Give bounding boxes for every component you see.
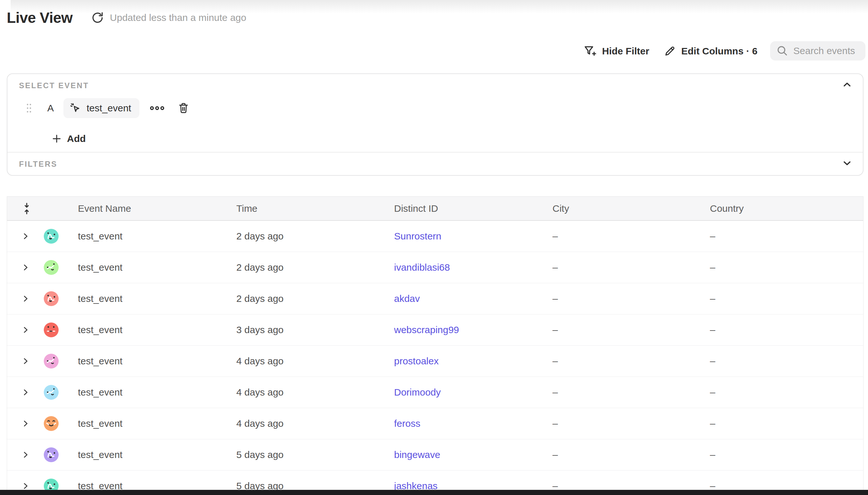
funnel-plus-icon [583,45,597,58]
distinct-id-link[interactable]: feross [394,408,421,439]
user-avatar [44,377,58,408]
updated-timestamp: Updated less than a minute ago [110,12,246,23]
chevron-down-icon [842,158,852,168]
cursor-click-icon [69,102,82,114]
time-cell: 5 days ago [236,439,284,470]
time-cell: 4 days ago [236,346,284,377]
time-cell: 3 days ago [236,314,284,345]
col-header-event-name[interactable]: Event Name [78,197,131,220]
table-row[interactable]: test_event 4 days ago prostoalex – – [7,346,863,377]
search-events-box[interactable] [770,41,865,61]
delete-event-button[interactable] [177,102,190,114]
more-options-button[interactable] [150,103,165,113]
event-name-cell: test_event [78,283,122,314]
time-cell: 2 days ago [236,252,284,283]
user-avatar [44,439,58,470]
hide-filter-button[interactable]: Hide Filter [583,41,649,61]
country-cell: – [710,408,715,439]
table-row[interactable]: test_event 2 days ago Sunrostern – – [7,221,863,252]
expand-row-button[interactable] [21,221,30,252]
refresh-icon [91,11,104,24]
add-event-button[interactable]: Add [52,129,86,149]
expand-row-button[interactable] [21,283,30,314]
user-avatar [44,252,58,283]
event-name-cell: test_event [78,408,122,439]
event-selector-chip[interactable]: test_event [64,98,139,118]
expand-filters-button[interactable] [842,158,852,168]
collapse-rows-button[interactable] [21,197,32,220]
expand-row-button[interactable] [21,439,30,470]
distinct-id-link[interactable]: bingewave [394,439,440,470]
search-icon [776,45,789,57]
time-cell: 4 days ago [236,408,284,439]
refresh-button[interactable] [90,11,105,25]
city-cell: – [552,314,558,345]
expand-row-button[interactable] [21,314,30,345]
distinct-id-link[interactable]: ivandiblasi68 [394,252,450,283]
expand-row-button[interactable] [21,377,30,408]
search-events-input[interactable] [793,45,858,56]
event-query-row: A test_event [7,98,863,118]
panel-divider [7,152,863,153]
country-cell: – [710,439,715,470]
selected-event-name: test_event [87,103,131,114]
live-view-screen: Live View Updated less than a minute ago… [0,0,868,495]
edit-columns-label: Edit Columns · 6 [681,46,758,57]
event-step-letter: A [46,103,55,114]
city-cell: – [552,346,558,377]
city-cell: – [552,439,558,470]
user-avatar [44,283,58,314]
table-row[interactable]: test_event 4 days ago feross – – [7,408,863,439]
city-cell: – [552,377,558,408]
table-header: Event Name Time Distinct ID City Country [7,196,863,221]
chevron-up-icon [842,80,852,89]
events-table: Event Name Time Distinct ID City Country… [7,196,864,495]
table-row[interactable]: test_event 5 days ago bingewave – – [7,439,863,471]
distinct-id-link[interactable]: Dorimoody [394,377,441,408]
select-event-label: SELECT EVENT [19,81,89,90]
city-cell: – [552,283,558,314]
collapse-section-button[interactable] [842,80,852,89]
distinct-id-link[interactable]: akdav [394,283,420,314]
time-cell: 4 days ago [236,377,284,408]
event-name-cell: test_event [78,439,122,470]
distinct-id-link[interactable]: Sunrostern [394,221,441,252]
event-name-cell: test_event [78,346,122,377]
distinct-id-link[interactable]: webscraping99 [394,314,459,345]
event-name-cell: test_event [78,377,122,408]
user-avatar [44,346,58,377]
add-label: Add [67,133,86,144]
time-cell: 2 days ago [236,221,284,252]
expand-row-button[interactable] [21,346,30,377]
event-name-cell: test_event [78,252,122,283]
col-header-city[interactable]: City [552,197,569,220]
expand-row-button[interactable] [21,252,30,283]
col-header-country[interactable]: Country [710,197,744,220]
country-cell: – [710,314,715,345]
edit-columns-button[interactable]: Edit Columns · 6 [663,41,758,61]
expand-row-button[interactable] [21,408,30,439]
country-cell: – [710,221,715,252]
country-cell: – [710,377,715,408]
filters-label: FILTERS [19,160,57,169]
plus-icon [52,134,62,144]
table-row[interactable]: test_event 4 days ago Dorimoody – – [7,377,863,408]
time-cell: 2 days ago [236,283,284,314]
country-cell: – [710,252,715,283]
query-builder-panel: SELECT EVENT A [7,73,864,176]
page-header: Live View Updated less than a minute ago [7,9,246,27]
table-row[interactable]: test_event 2 days ago akdav – – [7,283,863,314]
event-name-cell: test_event [78,221,122,252]
distinct-id-link[interactable]: prostoalex [394,346,439,377]
city-cell: – [552,252,558,283]
table-row[interactable]: test_event 3 days ago webscraping99 – – [7,314,863,346]
event-name-cell: test_event [78,314,122,345]
hide-filter-label: Hide Filter [602,46,649,57]
drag-handle[interactable] [24,102,34,114]
col-header-time[interactable]: Time [236,197,258,220]
city-cell: – [552,221,558,252]
col-header-distinct-id[interactable]: Distinct ID [394,197,438,220]
table-row[interactable]: test_event 2 days ago ivandiblasi68 – – [7,252,863,283]
page-title: Live View [7,9,72,27]
user-avatar [44,221,58,252]
